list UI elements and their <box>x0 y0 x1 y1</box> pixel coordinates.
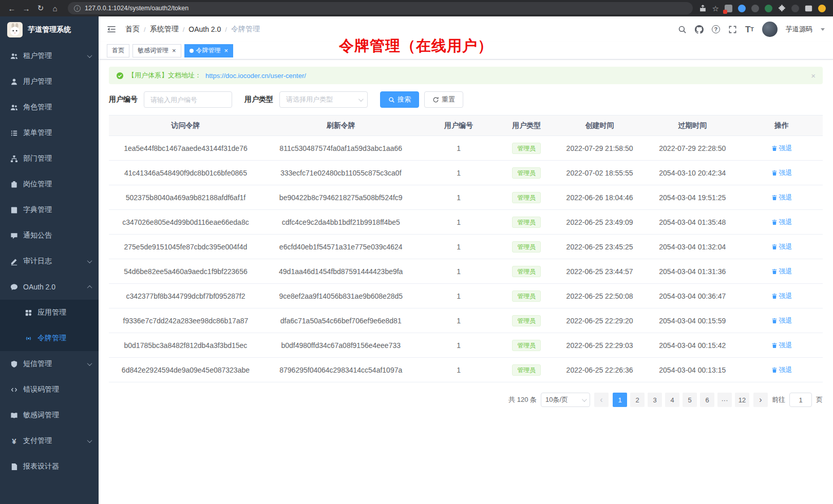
sidebar-item-label: 错误码管理 <box>23 385 59 394</box>
doc-link[interactable]: https://doc.iocoder.cn/user-center/ <box>205 72 306 80</box>
sidebar-item-4[interactable]: 部门管理 <box>0 146 99 171</box>
back-icon[interactable]: ← <box>5 2 18 14</box>
force-logout-button[interactable]: 强退 <box>771 168 792 178</box>
page-button-3[interactable]: 3 <box>648 393 662 407</box>
profile-avatar-icon[interactable] <box>818 5 826 12</box>
side-panel-icon[interactable] <box>805 5 812 12</box>
home-icon[interactable]: ⌂ <box>48 2 62 14</box>
sidebar-item-11[interactable]: 令牌管理 <box>0 325 99 351</box>
tab-item-1[interactable]: 敏感词管理× <box>132 44 181 57</box>
extension-green-icon[interactable] <box>765 5 772 12</box>
reset-button[interactable]: 重置 <box>424 91 463 108</box>
force-logout-button[interactable]: 强退 <box>771 144 792 153</box>
user-avatar[interactable] <box>762 22 778 37</box>
goto-page-input[interactable] <box>789 393 812 407</box>
address-bar[interactable]: i 127.0.0.1:1024/system/oauth2/token <box>68 2 693 14</box>
breadcrumb-item-1[interactable]: 系统管理 <box>150 25 179 34</box>
search-icon[interactable] <box>678 25 687 34</box>
sidebar-item-label: 部门管理 <box>23 154 52 163</box>
page-button-5[interactable]: 5 <box>683 393 697 407</box>
active-tab-dot <box>190 49 194 53</box>
force-logout-button[interactable]: 强退 <box>771 292 792 301</box>
page-size-select[interactable]: 10条/页 <box>541 393 590 407</box>
sidebar-item-2[interactable]: 角色管理 <box>0 94 99 120</box>
sidebar-item-label: 字典管理 <box>23 205 52 215</box>
table-row: c347026e805e4d99b0d116eae66eda8ccdfc4ce9… <box>109 210 823 235</box>
page-button-12[interactable]: 12 <box>735 393 749 407</box>
app-logo[interactable]: 芋道管理系统 <box>0 16 99 43</box>
font-size-icon[interactable]: TT <box>745 25 754 34</box>
sidebar-item-label: 通知公告 <box>23 231 52 240</box>
force-logout-button[interactable]: 强退 <box>771 193 792 202</box>
forward-icon[interactable]: → <box>20 2 33 14</box>
extension-badged-icon[interactable] <box>725 5 732 12</box>
force-logout-button[interactable]: 强退 <box>771 316 792 325</box>
tab-item-0[interactable]: 首页 <box>107 44 129 57</box>
user-type-badge: 管理员 <box>512 241 541 253</box>
breadcrumb-item-0[interactable]: 首页 <box>125 25 140 34</box>
extension-gray-icon[interactable] <box>791 5 799 12</box>
sidebar-item-13[interactable]: 错误码管理 <box>0 377 99 402</box>
sidebar-item-16[interactable]: 报表设计器 <box>0 454 99 479</box>
force-logout-button[interactable]: 强退 <box>771 365 792 375</box>
close-tab-icon[interactable]: × <box>172 47 176 54</box>
user-type-badge: 管理员 <box>512 266 541 277</box>
sidebar-item-9[interactable]: OAuth 2.0 <box>0 274 99 300</box>
close-tab-icon[interactable]: × <box>224 47 229 54</box>
page-button-1[interactable]: 1 <box>613 393 627 407</box>
extension-dark-icon[interactable] <box>751 5 759 12</box>
sidebar-toggle-icon[interactable] <box>107 25 116 34</box>
extension-blue-icon[interactable] <box>738 5 746 12</box>
error-code-icon <box>10 386 18 394</box>
help-icon[interactable]: ? <box>712 25 720 33</box>
sensitive-book-icon <box>10 412 18 419</box>
sidebar-item-12[interactable]: 短信管理 <box>0 351 99 377</box>
chevron-down-icon[interactable] <box>821 28 825 31</box>
sidebar-item-3[interactable]: 菜单管理 <box>0 120 99 146</box>
chevron-down-icon <box>87 438 92 443</box>
user-id-input[interactable] <box>144 91 232 108</box>
trash-icon <box>771 244 778 250</box>
sidebar-item-0[interactable]: 租户管理 <box>0 43 99 69</box>
force-logout-button[interactable]: 强退 <box>771 341 792 350</box>
prev-page-button[interactable]: ‹ <box>594 393 609 407</box>
sidebar-item-5[interactable]: 岗位管理 <box>0 171 99 197</box>
sidebar-item-6[interactable]: 字典管理 <box>0 197 99 223</box>
force-logout-button[interactable]: 强退 <box>771 267 792 276</box>
column-header: 用户编号 <box>420 115 498 136</box>
sidebar-item-15[interactable]: ¥支付管理 <box>0 428 99 454</box>
site-info-icon[interactable]: i <box>74 5 81 12</box>
search-button[interactable]: 搜索 <box>380 91 419 108</box>
oauth-bubble-icon <box>10 283 18 291</box>
force-logout-button[interactable]: 强退 <box>771 218 792 227</box>
user-name[interactable]: 芋道源码 <box>786 25 812 34</box>
close-alert-icon[interactable]: × <box>811 71 816 80</box>
dict-book-icon <box>10 206 18 214</box>
force-logout-button[interactable]: 强退 <box>771 242 792 251</box>
goto-label: 前往 <box>772 395 785 404</box>
bookmark-star-icon[interactable]: ☆ <box>712 5 719 12</box>
reload-icon[interactable]: ↻ <box>34 2 47 14</box>
column-header: 过期时间 <box>644 115 741 136</box>
page-ellipsis-button[interactable]: ··· <box>717 393 732 407</box>
page-button-6[interactable]: 6 <box>700 393 714 407</box>
page-button-4[interactable]: 4 <box>665 393 679 407</box>
post-badge-icon <box>10 181 18 188</box>
breadcrumb-item-2[interactable]: OAuth 2.0 <box>188 25 221 33</box>
user-type-select[interactable]: 请选择用户类型 <box>279 91 368 108</box>
sidebar-item-1[interactable]: 用户管理 <box>0 69 99 94</box>
sidebar-item-10[interactable]: 应用管理 <box>0 300 99 325</box>
extensions-puzzle-icon[interactable] <box>778 5 786 12</box>
search-form: 用户编号 用户类型 请选择用户类型 搜索 重置 <box>109 91 823 108</box>
dept-tree-icon <box>10 155 18 163</box>
page-button-2[interactable]: 2 <box>630 393 645 407</box>
github-icon[interactable] <box>695 25 704 34</box>
next-page-button[interactable]: › <box>753 393 768 407</box>
sidebar-item-8[interactable]: 审计日志 <box>0 248 99 274</box>
fullscreen-icon[interactable] <box>728 25 737 34</box>
sidebar-item-14[interactable]: 敏感词管理 <box>0 402 99 428</box>
tab-item-2[interactable]: 令牌管理× <box>184 44 234 57</box>
share-icon[interactable] <box>699 5 707 12</box>
sidebar-item-label: 报表设计器 <box>23 462 59 471</box>
sidebar-item-7[interactable]: 通知公告 <box>0 223 99 248</box>
